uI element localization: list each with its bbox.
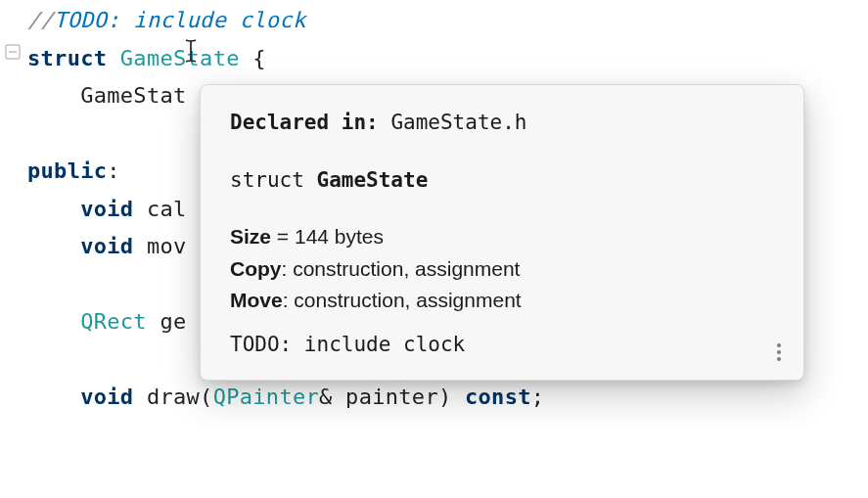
- code-line-comment: //TODO: include clock: [27, 2, 868, 40]
- tooltip-move: Move: construction, assignment: [230, 285, 776, 317]
- tooltip-copy: Copy: construction, assignment: [230, 253, 776, 286]
- code-line-struct: struct GameState {: [27, 40, 868, 78]
- code-line-draw: void draw(QPainter& painter) const;: [27, 379, 868, 417]
- fold-toggle[interactable]: [4, 43, 22, 61]
- more-actions-icon[interactable]: [770, 339, 788, 366]
- tooltip-declared-in: Declared in: GameState.h: [230, 107, 776, 139]
- quick-doc-tooltip: Declared in: GameState.h struct GameStat…: [200, 84, 804, 381]
- tooltip-signature: struct GameState: [230, 164, 776, 197]
- tooltip-todo: TODO: include clock: [230, 329, 776, 361]
- tooltip-size: Size = 144 bytes: [230, 221, 776, 253]
